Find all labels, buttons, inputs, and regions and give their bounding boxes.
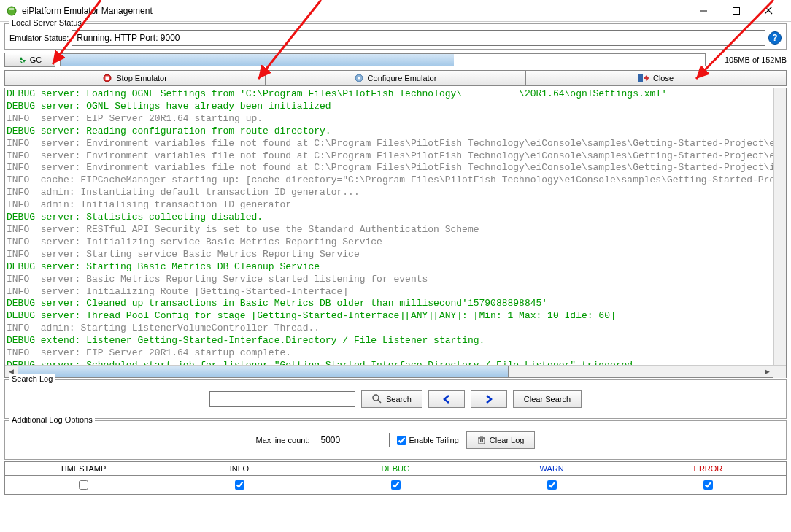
filter-warn-label: WARN: [474, 462, 630, 475]
log-line: DEBUG extend: Listener Getting-Started-I…: [7, 335, 773, 347]
stop-label: Stop Emulator: [116, 74, 167, 82]
maximize-button[interactable]: [719, 0, 752, 22]
svg-rect-1: [9, 8, 14, 10]
log-level-filter-bar: TIMESTAMP INFO DEBUG WARN ERROR: [4, 461, 787, 495]
log-line: INFO server: Environment variables file …: [7, 138, 773, 150]
search-button[interactable]: Search: [361, 390, 422, 408]
svg-point-9: [358, 77, 360, 80]
search-input[interactable]: [209, 391, 355, 407]
filter-debug-label: DEBUG: [317, 462, 474, 475]
gc-button[interactable]: GC: [4, 53, 55, 67]
log-line: DEBUG server: Loading OGNL Settings from…: [7, 88, 773, 101]
configure-label: Configure Emulator: [368, 74, 437, 82]
clear-search-label: Clear Search: [524, 395, 571, 404]
enable-tailing-checkbox[interactable]: Enable Tailing: [397, 436, 458, 445]
log-line: DEBUG server: Scheduled start job for li…: [7, 360, 773, 365]
close-button[interactable]: Close: [526, 70, 787, 86]
log-line: INFO server: EIP Server 20R1.64 startup …: [7, 347, 773, 360]
stop-emulator-button[interactable]: Stop Emulator: [4, 70, 266, 86]
search-log-panel: Search Log Search Clear Search: [4, 379, 787, 419]
filter-timestamp-checkbox[interactable]: [79, 480, 88, 490]
clear-log-button[interactable]: Clear Log: [466, 431, 536, 449]
search-log-label: Search Log: [9, 374, 55, 383]
exit-icon: [638, 74, 649, 82]
tailing-checkbox-input[interactable]: [397, 436, 406, 445]
arrow-right-icon: [485, 395, 493, 404]
memory-row: GC 105MB of 152MB: [4, 53, 787, 67]
gear-icon: [355, 74, 363, 82]
configure-emulator-button[interactable]: Configure Emulator: [266, 70, 526, 86]
filter-warn-checkbox[interactable]: [547, 480, 557, 490]
additional-log-options-panel: Additional Log Options Max line count: E…: [4, 420, 787, 460]
max-line-count-label: Max line count:: [256, 436, 310, 444]
log-line: INFO cache: EIPCacheManager starting up:…: [7, 174, 773, 187]
log-line: INFO server: Initializing service Basic …: [7, 236, 773, 249]
search-btn-label: Search: [386, 395, 412, 404]
scroll-thumb[interactable]: [18, 366, 509, 377]
svg-rect-3: [733, 7, 739, 14]
log-line: INFO admin: Instantiating default transa…: [7, 187, 773, 199]
local-server-status-panel: Local Server Status Emulator Status: ?: [4, 23, 787, 50]
log-line: INFO server: Environment variables file …: [7, 150, 773, 163]
log-line: DEBUG server: Reading configuration from…: [7, 126, 773, 138]
log-line: INFO server: Starting service Basic Metr…: [7, 249, 773, 261]
log-viewer: DEBUG server: Loading OGNL Settings from…: [4, 88, 787, 378]
svg-rect-7: [106, 77, 109, 80]
recycle-icon: [18, 55, 27, 64]
window-controls: [687, 0, 785, 22]
filter-error-label: ERROR: [630, 462, 786, 475]
status-panel-label: Local Server Status: [9, 18, 84, 27]
scroll-track[interactable]: [18, 366, 761, 377]
search-icon: [372, 394, 382, 404]
next-button[interactable]: [471, 390, 507, 408]
horizontal-scrollbar[interactable]: ◀ ▶: [5, 365, 786, 377]
svg-rect-10: [638, 74, 643, 82]
log-line: INFO server: EIP Server 20R1.64 starting…: [7, 113, 773, 126]
log-line: INFO admin: Initialising transaction ID …: [7, 199, 773, 212]
tailing-label: Enable Tailing: [409, 436, 458, 444]
filter-timestamp-label: TIMESTAMP: [5, 462, 161, 475]
log-line: INFO server: RESTful API Security is set…: [7, 224, 773, 236]
log-line: INFO server: Initializing Route [Getting…: [7, 286, 773, 298]
log-line: DEBUG server: Cleaned up transactions in…: [7, 298, 773, 310]
svg-line-12: [378, 400, 381, 403]
log-line: DEBUG server: Starting Basic Metrics DB …: [7, 261, 773, 274]
vertical-scrollbar[interactable]: [773, 88, 786, 365]
svg-point-0: [7, 7, 16, 15]
clear-search-button[interactable]: Clear Search: [513, 390, 582, 408]
options-label: Additional Log Options: [9, 415, 95, 424]
log-line: DEBUG server: OGNL Settings have already…: [7, 101, 773, 113]
filter-debug-checkbox[interactable]: [391, 480, 401, 490]
gc-label: GC: [30, 55, 42, 64]
close-label: Close: [653, 74, 674, 82]
memory-text: 105MB of 152MB: [710, 55, 787, 64]
minimize-button[interactable]: [687, 0, 719, 22]
log-line: DEBUG server: Statistics collecting disa…: [7, 212, 773, 224]
scroll-corner: [773, 366, 786, 378]
trash-icon: [477, 436, 486, 444]
scroll-right-arrow[interactable]: ▶: [761, 366, 773, 378]
memory-fill: [61, 54, 454, 66]
close-window-button[interactable]: [752, 0, 785, 22]
log-content[interactable]: DEBUG server: Loading OGNL Settings from…: [5, 88, 786, 365]
emulator-status-label: Emulator Status:: [9, 34, 69, 42]
prev-button[interactable]: [428, 390, 465, 408]
filter-error-checkbox[interactable]: [703, 480, 713, 490]
stop-icon: [103, 74, 112, 82]
log-line: DEBUG server: Thread Pool Config for sta…: [7, 310, 773, 323]
window-title: eiPlatform Emulator Management: [22, 6, 687, 16]
help-icon[interactable]: ?: [768, 31, 782, 45]
max-line-count-field[interactable]: [317, 433, 390, 447]
filter-info-label: INFO: [161, 462, 317, 475]
window-title-bar: eiPlatform Emulator Management: [0, 0, 791, 22]
log-line: INFO server: Environment variables file …: [7, 162, 773, 174]
log-line: INFO admin: Starting ListenerVolumeContr…: [7, 323, 773, 335]
action-buttons: Stop Emulator Configure Emulator Close: [4, 70, 787, 86]
svg-point-11: [373, 395, 379, 401]
arrow-left-icon: [442, 395, 451, 404]
log-line: INFO server: Basic Metrics Reporting Ser…: [7, 274, 773, 286]
emulator-status-field[interactable]: [72, 30, 765, 46]
filter-info-checkbox[interactable]: [235, 480, 244, 490]
app-icon: [6, 5, 18, 17]
clear-log-label: Clear Log: [490, 436, 525, 444]
